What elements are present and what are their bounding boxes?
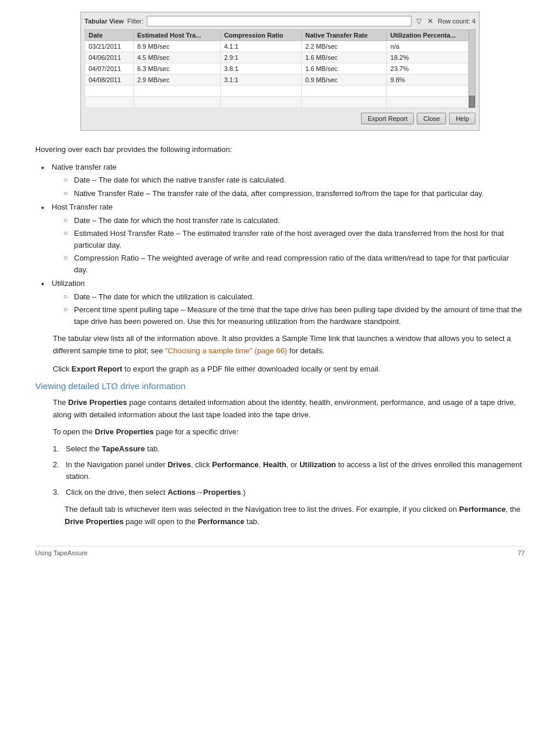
filter-label: Filter: bbox=[127, 18, 144, 25]
sample-time-link[interactable]: "Choosing a sample time" (page 66) bbox=[165, 346, 287, 355]
sub-list: Date – The date for which the utilizatio… bbox=[52, 291, 525, 328]
col-host-transfer: Estimated Host Tra... bbox=[133, 30, 220, 41]
section-para1: The Drive Properties page contains detai… bbox=[35, 397, 525, 421]
close-button[interactable]: Close bbox=[417, 113, 446, 124]
main-content: Hovering over each bar provides the foll… bbox=[35, 144, 525, 556]
step2-bold4: Utilization bbox=[299, 460, 336, 469]
table-cell: n/a bbox=[387, 41, 475, 52]
page-footer: Using TapeAssure 77 bbox=[35, 546, 525, 556]
section-para1-bold: Drive Properties bbox=[68, 398, 127, 407]
section-para2-bold: Drive Properties bbox=[95, 427, 154, 436]
table-cell: 3.1:1 bbox=[220, 75, 301, 86]
table-cell-empty bbox=[387, 86, 475, 97]
table-cell: 1.6 MB/sec bbox=[301, 52, 386, 63]
table-cell-empty bbox=[301, 86, 386, 97]
table-cell: 3.8:1 bbox=[220, 63, 301, 75]
table-cell: 0.9 MB/sec bbox=[301, 75, 386, 86]
step3-note: The default tab is whichever item was se… bbox=[35, 504, 525, 528]
bullet-item: Native transfer rateDate – The date for … bbox=[41, 161, 525, 200]
table-cell-empty bbox=[133, 97, 220, 108]
table-row-empty bbox=[85, 86, 475, 97]
table-cell-empty bbox=[85, 97, 134, 108]
table-row: 04/08/20112.9 MB/sec3.1:10.9 MB/sec9.8% bbox=[85, 75, 475, 86]
step2-bold3: Health bbox=[263, 460, 286, 469]
table-cell: 2.2 MB/sec bbox=[301, 41, 386, 52]
step1-bold: TapeAssure bbox=[102, 444, 144, 453]
table-cell-empty bbox=[387, 97, 475, 108]
section-para2: To open the Drive Properties page for a … bbox=[35, 426, 525, 438]
step3-note-bold1: Performance bbox=[459, 505, 505, 514]
col-date: Date bbox=[85, 30, 134, 41]
footer-left: Using TapeAssure bbox=[35, 549, 87, 556]
bullet-item-label: Host Transfer rate bbox=[52, 202, 113, 211]
sub-list: Date – The date for which the native tra… bbox=[52, 174, 525, 199]
footer-right: 77 bbox=[518, 549, 525, 556]
table-cell: 6.3 MB/sec bbox=[133, 63, 220, 75]
sub-list-item: Percent time spent pulling tape – Measur… bbox=[63, 304, 525, 327]
sub-list-item: Date – The date for which the utilizatio… bbox=[63, 291, 525, 303]
help-button[interactable]: Help bbox=[449, 113, 475, 124]
export-note-paragraph: Click Export Report to export the graph … bbox=[35, 363, 525, 376]
scroll-thumb[interactable] bbox=[469, 96, 475, 107]
table-cell-empty bbox=[220, 86, 301, 97]
clear-filter-icon[interactable]: ✕ bbox=[426, 16, 434, 26]
step-num: 1. bbox=[53, 443, 59, 455]
table-cell: 4.5 MB/sec bbox=[133, 52, 220, 63]
step2-bold2: Performance bbox=[212, 460, 258, 469]
step3-note-mid: , the bbox=[505, 505, 520, 514]
table-toolbar: Tabular View Filter: ▽ ✕ Row count: 4 bbox=[85, 16, 475, 26]
table-cell: 04/07/2011 bbox=[85, 63, 134, 75]
export-report-button[interactable]: Export Report bbox=[361, 113, 414, 124]
table-row-empty bbox=[85, 97, 475, 108]
table-cell: 23.7% bbox=[387, 63, 475, 75]
step-item-3: 3.Click on the drive, then select Action… bbox=[53, 487, 525, 499]
sub-list-item: Native Transfer Rate – The transfer rate… bbox=[63, 188, 525, 200]
col-native-transfer: Native Transfer Rate bbox=[301, 30, 386, 41]
table-widget: Tabular View Filter: ▽ ✕ Row count: 4 Da… bbox=[80, 12, 480, 131]
step-item-2: 2.In the Navigation panel under Drives, … bbox=[53, 459, 525, 484]
table-header-row: Date Estimated Host Tra... Compression R… bbox=[85, 30, 475, 41]
bullet-item: UtilizationDate – The date for which the… bbox=[41, 278, 525, 327]
filter-icon[interactable]: ▽ bbox=[415, 16, 423, 26]
section-para2-end: page for a specific drive: bbox=[154, 427, 239, 436]
steps-list: 1.Select the TapeAssure tab.2.In the Nav… bbox=[35, 443, 525, 499]
table-cell: 04/06/2011 bbox=[85, 52, 134, 63]
bullet-item-label: Utilization bbox=[52, 279, 85, 288]
sub-list-item: Date – The date for which the host trans… bbox=[63, 215, 525, 227]
table-cell: 4.1:1 bbox=[220, 41, 301, 52]
table-cell: 03/21/2011 bbox=[85, 41, 134, 52]
step2-bold1: Drives bbox=[167, 460, 191, 469]
filter-input[interactable] bbox=[147, 16, 411, 26]
section-para2-prefix: To open the bbox=[53, 427, 95, 436]
intro-paragraph: Hovering over each bar provides the foll… bbox=[35, 144, 525, 156]
step3-note-end: tab. bbox=[244, 517, 259, 526]
table-cell-empty bbox=[301, 97, 386, 108]
sub-list-item: Date – The date for which the native tra… bbox=[63, 174, 525, 186]
table-cell: 2.9 MB/sec bbox=[133, 75, 220, 86]
table-cell: 9.8% bbox=[387, 75, 475, 86]
table-cell: 2.9:1 bbox=[220, 52, 301, 63]
section-para1-prefix: The bbox=[53, 398, 68, 407]
table-cell-empty bbox=[220, 97, 301, 108]
export-note-bold: Export Report bbox=[72, 364, 123, 373]
bullet-list: Native transfer rateDate – The date for … bbox=[35, 161, 525, 328]
step-num: 2. bbox=[53, 459, 59, 471]
tabular-view-label: Tabular View bbox=[85, 18, 124, 25]
sub-list: Date – The date for which the host trans… bbox=[52, 215, 525, 276]
table-cell-empty bbox=[133, 86, 220, 97]
sub-list-item: Estimated Host Transfer Rate – The estim… bbox=[63, 228, 525, 251]
step-num: 3. bbox=[53, 487, 59, 499]
step3-note-prefix: The default tab is whichever item was se… bbox=[65, 505, 459, 514]
export-note-end: to export the graph as a PDF file either… bbox=[122, 364, 380, 373]
tabular-note-end: for details. bbox=[287, 346, 325, 355]
table-cell: 04/08/2011 bbox=[85, 75, 134, 86]
col-utilization: Utilization Percenta... bbox=[387, 30, 475, 41]
table-cell: 1.6 MB/sec bbox=[301, 63, 386, 75]
step3-bold: Actions→Properties bbox=[167, 488, 241, 497]
bullet-item: Host Transfer rateDate – The date for wh… bbox=[41, 201, 525, 275]
scroll-bar[interactable] bbox=[468, 29, 475, 108]
row-count-label: Row count: 4 bbox=[438, 18, 475, 25]
step3-note-mid2: page will open to the bbox=[123, 517, 197, 526]
table-cell-empty bbox=[85, 86, 134, 97]
tabular-note-paragraph: The tabular view lists all of the inform… bbox=[35, 333, 525, 357]
